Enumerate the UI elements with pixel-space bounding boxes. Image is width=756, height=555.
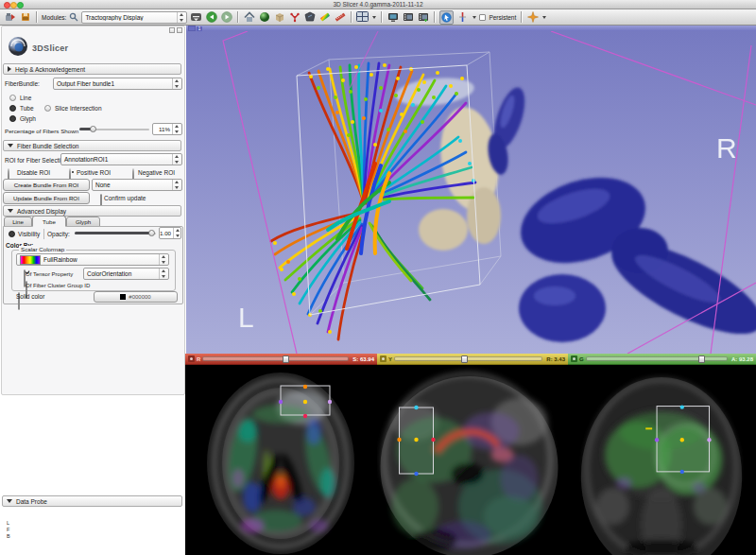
- update-bundle-button[interactable]: Update Bundle From ROI: [3, 192, 90, 204]
- history-back-icon[interactable]: [205, 11, 217, 24]
- line-toggle[interactable]: [9, 95, 16, 101]
- tube-toggle[interactable]: [9, 105, 16, 112]
- green-slice-slider-handle[interactable]: [698, 356, 705, 363]
- collapsed-arrow-icon: [8, 66, 11, 72]
- fiberbundle-label: FiberBundle:: [5, 80, 40, 88]
- glyph-label: Glyph: [20, 115, 36, 123]
- module-list-icon[interactable]: [190, 11, 202, 24]
- line-label: Line: [20, 95, 31, 102]
- green-slice-offset: A: 93.28: [730, 356, 753, 362]
- sagittal-slice-image[interactable]: [377, 365, 568, 555]
- annotations-module-icon[interactable]: [288, 11, 301, 24]
- probe-layer-l: L: [7, 520, 9, 527]
- roi-combobox[interactable]: AnnotationROI1: [60, 153, 182, 165]
- green-slice-controller[interactable]: G A: 93.28: [568, 354, 756, 365]
- segmentation-module-icon[interactable]: [303, 11, 316, 24]
- favorites-dropdown-icon[interactable]: [542, 16, 546, 19]
- glyph-toggle[interactable]: [9, 115, 16, 122]
- layout-dropdown-icon[interactable]: [372, 16, 376, 19]
- combo-arrows-icon: [172, 154, 181, 165]
- divider: [43, 229, 44, 239]
- crosshair-dropdown-icon[interactable]: [472, 16, 476, 19]
- green-slice-pin-icon[interactable]: [571, 356, 577, 362]
- modules-combobox[interactable]: Tractography Display: [81, 11, 187, 24]
- home-icon[interactable]: [243, 11, 255, 24]
- create-bundle-value: None: [93, 182, 172, 188]
- scene-view-icon[interactable]: [402, 11, 414, 24]
- orientation-label-right: R: [716, 132, 737, 164]
- opacity-spinbox[interactable]: 1.00: [159, 227, 181, 239]
- roi-value: AnnotationROI1: [61, 156, 172, 163]
- green-slice-view: G A: 93.28: [568, 354, 756, 555]
- colormap-combobox[interactable]: FullRainbow: [16, 253, 169, 266]
- tab-tube[interactable]: Tube: [32, 216, 66, 227]
- green-slice-label: G: [579, 356, 584, 362]
- ruler-module-icon[interactable]: [334, 11, 346, 24]
- yellow-slice-controller[interactable]: Y R: 3.43: [377, 354, 568, 365]
- colors-module-icon[interactable]: [318, 11, 331, 24]
- window-title: 3D Slicer 4.0.gamma-2011-11-12: [0, 0, 756, 9]
- slice-intersection-toggle[interactable]: [44, 105, 51, 112]
- toolbar-separator: [521, 11, 522, 23]
- mouse-mode-icon[interactable]: [439, 10, 454, 25]
- green-slice-slider[interactable]: [586, 356, 728, 361]
- data-probe-header[interactable]: Data Probe: [2, 495, 182, 507]
- layout-icon[interactable]: [356, 11, 369, 24]
- yellow-slice-pin-icon[interactable]: [380, 356, 387, 362]
- history-forward-icon[interactable]: [220, 11, 232, 24]
- opacity-slider[interactable]: [75, 229, 156, 238]
- red-slice-controller[interactable]: R S: 63.94: [185, 354, 377, 365]
- yellow-slice-slider[interactable]: [394, 356, 542, 361]
- yellow-slice-offset: R: 3.43: [544, 356, 565, 362]
- panel-close-icon[interactable]: [177, 27, 182, 33]
- opacity-slider-handle[interactable]: [148, 230, 155, 236]
- yellow-slice-slider-handle[interactable]: [461, 356, 468, 363]
- red-slice-pin-icon[interactable]: [188, 356, 195, 362]
- visibility-toggle[interactable]: [9, 231, 15, 237]
- fiber-bundle-selection-label: Fiber Bundle Selection: [17, 143, 78, 149]
- load-data-icon[interactable]: [4, 11, 16, 24]
- create-bundle-combobox[interactable]: None: [92, 179, 182, 191]
- threed-view: 1: [186, 26, 756, 354]
- advanced-display-header[interactable]: Advanced Display: [3, 205, 181, 217]
- percentage-slider-handle[interactable]: [90, 126, 96, 132]
- fiberbundle-combobox[interactable]: Output Fiber bundle1: [53, 78, 182, 90]
- screenshot-icon[interactable]: [387, 11, 399, 24]
- persistent-checkbox[interactable]: [479, 14, 486, 21]
- advanced-display-label: Advanced Display: [17, 208, 66, 215]
- tensor-property-combobox[interactable]: ColorOrientation: [83, 268, 169, 280]
- red-slice-slider-handle[interactable]: [283, 356, 289, 363]
- percentage-slider[interactable]: [79, 125, 149, 134]
- solid-color-value: #000000: [129, 294, 150, 300]
- volumes-module-icon[interactable]: [258, 11, 270, 24]
- help-section-header[interactable]: Help & Acknowledgement: [3, 63, 181, 75]
- coronal-slice-image[interactable]: [568, 365, 756, 555]
- models-module-icon[interactable]: [273, 11, 285, 24]
- percentage-spinbox[interactable]: 11%: [152, 123, 182, 135]
- fiberbundle-value: Output Fiber bundle1: [54, 80, 172, 87]
- percentage-value: 11%: [153, 126, 172, 132]
- toolbar-separator: [434, 11, 435, 23]
- fiber-bundle-selection-header[interactable]: Fiber Bundle Selection: [3, 140, 181, 151]
- solid-color-button[interactable]: #000000: [94, 291, 178, 303]
- crosshair-needle-icon[interactable]: [456, 11, 469, 24]
- threed-viewport[interactable]: R L: [186, 31, 756, 354]
- tensor-property-value: ColorOrientation: [84, 270, 159, 277]
- tensor-property-label: Of Tensor Property: [26, 270, 73, 278]
- combo-arrows-icon: [177, 12, 186, 23]
- red-slice-slider[interactable]: [202, 356, 349, 361]
- probe-layer-b: B: [7, 533, 10, 540]
- save-icon[interactable]: [19, 11, 31, 24]
- favorites-star-icon[interactable]: [526, 11, 539, 24]
- create-bundle-button[interactable]: Create Bundle From ROI: [3, 179, 90, 191]
- red-slice-offset: S: 63.94: [351, 356, 374, 362]
- data-probe-label: Data Probe: [16, 498, 47, 505]
- colormap-value: FullRainbow: [41, 256, 159, 263]
- scene-view-add-icon[interactable]: [417, 11, 429, 24]
- module-search-icon[interactable]: [69, 11, 78, 24]
- persistent-label: Persistent: [489, 14, 516, 21]
- panel-undock-icon[interactable]: [169, 27, 175, 33]
- axial-slice-image[interactable]: [185, 365, 377, 555]
- help-section-label: Help & Acknowledgement: [15, 66, 85, 73]
- color-swatch-icon: [120, 294, 126, 300]
